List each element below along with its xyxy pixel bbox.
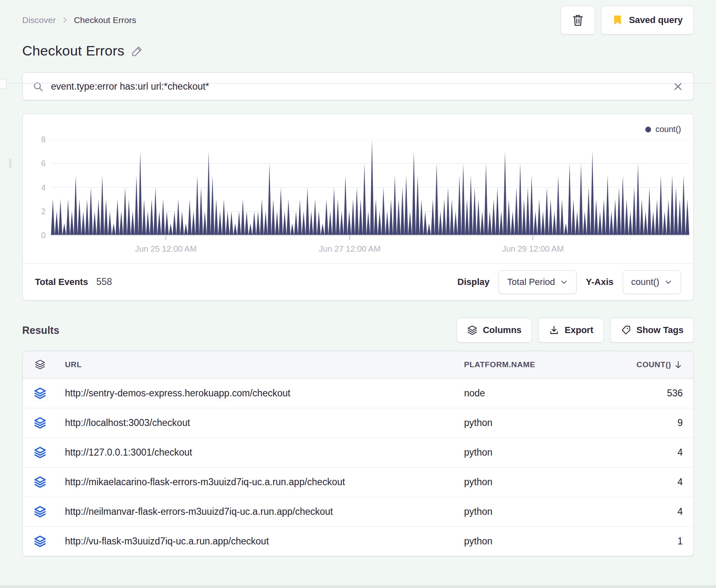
- y-axis-tick-label: 4: [27, 182, 46, 193]
- title-row: Checkout Errors: [22, 43, 694, 59]
- saved-query-label: Saved query: [629, 15, 683, 25]
- discover-page: Discover Checkout Errors Saved query Che…: [0, 0, 716, 588]
- x-axis-tick-label: Jun 29 12:00 AM: [484, 244, 582, 254]
- chart-controls: Display Total Period Y-Axis count(): [457, 270, 681, 294]
- sort-descending-icon: [674, 360, 683, 369]
- platform-cell: python: [464, 438, 621, 467]
- count-header-label: COUNT(): [637, 360, 671, 369]
- results-heading: Results: [22, 324, 59, 336]
- y-axis-tick-label: 8: [27, 134, 46, 145]
- saved-query-button[interactable]: Saved query: [601, 6, 694, 35]
- total-events: Total Events 558: [35, 276, 112, 287]
- total-events-value: 558: [96, 276, 112, 287]
- url-cell: http://neilmanvar-flask-errors-m3uuizd7i…: [57, 497, 464, 526]
- download-icon: [549, 325, 559, 336]
- show-tags-label: Show Tags: [637, 325, 684, 336]
- display-dropdown-value: Total Period: [507, 277, 555, 287]
- platform-cell: python: [464, 497, 621, 526]
- chevron-down-icon: [560, 278, 568, 286]
- url-cell: http://sentry-demos-express.herokuapp.co…: [57, 378, 464, 408]
- results-actions: Columns Export Show Tags: [457, 318, 694, 343]
- chart-canvas: [51, 139, 689, 240]
- bookmark-icon: [612, 14, 623, 25]
- layers-icon: [35, 360, 46, 368]
- y-axis-tick-label: 0: [27, 230, 46, 241]
- total-events-label: Total Events: [35, 277, 88, 287]
- display-label: Display: [457, 277, 490, 287]
- columns-button[interactable]: Columns: [457, 318, 532, 343]
- show-tags-button[interactable]: Show Tags: [610, 318, 694, 343]
- count-cell: 4: [621, 497, 693, 526]
- yaxis-label: Y-Axis: [586, 277, 613, 287]
- table-row[interactable]: http://localhost:3003/checkoutpython9: [23, 408, 693, 438]
- x-axis-tick-label: Jun 25 12:00 AM: [117, 244, 215, 254]
- table-row[interactable]: http://neilmanvar-flask-errors-m3uuizd7i…: [23, 497, 693, 526]
- chevron-right-icon: [61, 16, 69, 24]
- yaxis-dropdown[interactable]: count(): [623, 270, 681, 294]
- count-cell: 4: [621, 467, 693, 497]
- top-bar: Discover Checkout Errors Saved query: [0, 0, 716, 35]
- trash-icon: [571, 14, 584, 27]
- left-edge-tab: [0, 79, 7, 89]
- breadcrumb-current: Checkout Errors: [74, 15, 136, 25]
- row-layers-icon[interactable]: [23, 438, 57, 467]
- url-cell: http://127.0.0.1:3001/checkout: [57, 438, 464, 467]
- edit-title-button[interactable]: [131, 45, 143, 57]
- url-cell: http://vu-flask-m3uuizd7iq-uc.a.run.app/…: [57, 526, 464, 556]
- results-toolbar: Results Columns Export Show Tags: [22, 318, 694, 343]
- column-header-platform[interactable]: PLATFORM.NAME: [464, 351, 621, 378]
- row-layers-icon[interactable]: [23, 408, 57, 438]
- column-header-url[interactable]: URL: [57, 351, 464, 378]
- legend-dot: [645, 127, 651, 132]
- row-layers-icon[interactable]: [23, 378, 57, 408]
- platform-cell: node: [464, 378, 621, 408]
- export-label: Export: [565, 325, 594, 336]
- count-cell: 4: [621, 438, 693, 467]
- tag-icon: [621, 325, 631, 336]
- column-header-count[interactable]: COUNT(): [621, 351, 693, 378]
- row-layers-icon[interactable]: [23, 467, 57, 497]
- display-dropdown[interactable]: Total Period: [499, 270, 577, 294]
- table-row[interactable]: http://sentry-demos-express.herokuapp.co…: [23, 378, 693, 408]
- close-icon: [672, 81, 684, 92]
- platform-cell: python: [464, 526, 621, 556]
- search-query-input[interactable]: event.type:error has:url url:*checkout*: [51, 81, 209, 92]
- table-header-row: URL PLATFORM.NAME COUNT(): [23, 351, 693, 378]
- search-bar[interactable]: event.type:error has:url url:*checkout*: [22, 72, 694, 100]
- delete-query-button[interactable]: [561, 6, 595, 35]
- count-cell: 1: [621, 526, 693, 556]
- chart-legend-item[interactable]: count(): [645, 125, 681, 134]
- clear-search-button[interactable]: [672, 81, 684, 92]
- yaxis-dropdown-value: count(): [631, 277, 659, 287]
- chevron-down-icon: [664, 278, 672, 286]
- count-cell: 536: [621, 378, 693, 408]
- chart-panel-footer: Total Events 558 Display Total Period Y-…: [23, 263, 693, 300]
- y-axis-tick-label: 2: [27, 206, 46, 217]
- page-bottom-edge: [0, 585, 716, 588]
- url-cell: http://localhost:3003/checkout: [57, 408, 464, 438]
- platform-cell: python: [464, 467, 621, 497]
- error-count-spike-chart[interactable]: [51, 139, 689, 241]
- row-layers-icon[interactable]: [23, 497, 57, 526]
- header-divider: [0, 83, 716, 83]
- table-row[interactable]: http://mikaelacarino-flask-errors-m3uuiz…: [23, 467, 693, 497]
- table-row[interactable]: http://vu-flask-m3uuizd7iq-uc.a.run.app/…: [23, 526, 693, 556]
- events-chart-panel: count() 02468 Jun 25 12:00 AMJun 27 12:0…: [22, 113, 694, 301]
- pencil-icon: [131, 45, 143, 57]
- breadcrumb-discover-link[interactable]: Discover: [22, 15, 56, 25]
- results-table: URL PLATFORM.NAME COUNT() http://sentry-…: [22, 351, 694, 556]
- left-edge-mark: [9, 159, 12, 169]
- search-icon: [32, 81, 44, 92]
- row-layers-icon[interactable]: [23, 526, 57, 556]
- url-cell: http://mikaelacarino-flask-errors-m3uuiz…: [57, 467, 464, 497]
- top-actions: Saved query: [561, 6, 694, 35]
- legend-label: count(): [656, 125, 681, 134]
- table-row[interactable]: http://127.0.0.1:3001/checkoutpython4: [23, 438, 693, 467]
- count-cell: 9: [621, 408, 693, 438]
- layers-icon: [467, 325, 478, 336]
- columns-label: Columns: [483, 325, 522, 336]
- page-title: Checkout Errors: [22, 43, 125, 59]
- export-button[interactable]: Export: [538, 318, 604, 343]
- breadcrumb: Discover Checkout Errors: [22, 15, 136, 25]
- y-axis-tick-label: 6: [27, 158, 46, 169]
